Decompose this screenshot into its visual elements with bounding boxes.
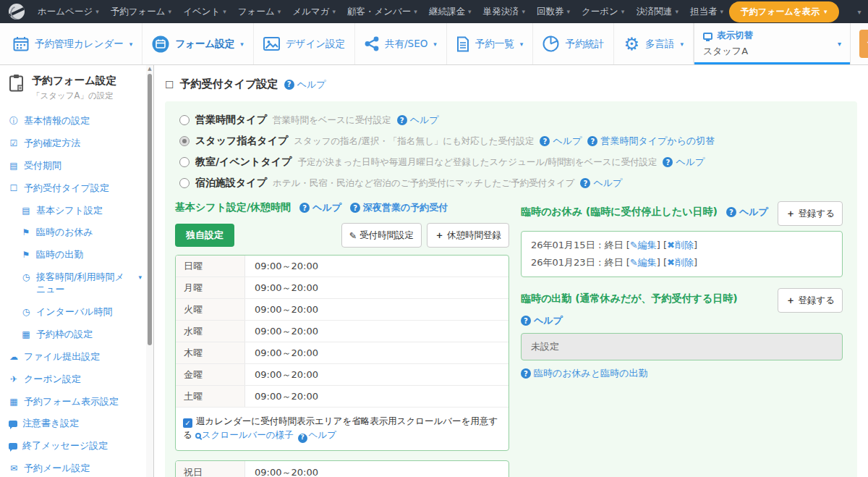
user-menu-caret-icon[interactable]: ▾ xyxy=(858,8,861,16)
help-label: ヘルプ xyxy=(297,78,326,91)
chevron-down-icon: ▾ xyxy=(468,8,472,15)
late-night-reservation-link[interactable]: ?深夜営業の予約受付 xyxy=(350,201,448,214)
radio-class-event[interactable] xyxy=(179,157,190,167)
sidebar-item-acceptance-period[interactable]: ▤受付期間 xyxy=(9,155,142,177)
nav-form[interactable]: フォーム▾ xyxy=(232,6,286,18)
help-icon: ? xyxy=(284,80,294,90)
sidebar-item-basic-shift[interactable]: ▤基本シフト設定 xyxy=(9,200,142,222)
help-label: ヘルプ xyxy=(534,314,563,327)
help-link[interactable]: ?ヘルプ xyxy=(397,114,439,127)
sidebar-item-slot-settings[interactable]: ▦予約枠の設定 xyxy=(9,324,142,346)
edit-link[interactable]: ✎編集 xyxy=(630,257,657,268)
temp-off-entry: 26年01月15日：終日 [✎編集] [✖削除] xyxy=(531,237,833,254)
help-link[interactable]: ?ヘルプ xyxy=(299,201,341,214)
scrollbar-preview-link[interactable]: スクロールバーの様子 xyxy=(202,429,294,440)
delete-link[interactable]: ✖削除 xyxy=(667,240,694,250)
toolbar-design-settings[interactable]: デザイン設定 xyxy=(254,23,355,64)
help-link[interactable]: ?ヘルプ xyxy=(726,206,768,219)
register-temp-off-button[interactable]: ＋登録する xyxy=(778,201,843,226)
radio-business-hours[interactable] xyxy=(179,115,190,125)
break-time-register-button[interactable]: ＋休憩時間登録 xyxy=(427,223,509,248)
sidebar-item-temporary-holiday[interactable]: ⚑臨時のお休み xyxy=(9,221,142,244)
nav-payment-related[interactable]: 決済関連▾ xyxy=(630,6,684,18)
nav-event[interactable]: イベント▾ xyxy=(177,6,232,18)
nav-reservation-form[interactable]: 予約フォーム▾ xyxy=(105,6,177,18)
help-link[interactable]: ヘルプ xyxy=(309,429,336,440)
help-link[interactable]: ?ヘルプ xyxy=(663,156,705,169)
radio-desc: ホテル・民宿・民泊など宿泊のご予約受付にマッチしたご予約受付タイプ xyxy=(273,177,574,190)
nav-homepage[interactable]: ホームページ▾ xyxy=(32,6,105,18)
sidebar-subtitle: 「スタッフA」の設定 xyxy=(32,90,116,101)
brand-logo-icon[interactable] xyxy=(9,4,25,20)
sidebar-item-confirm-method[interactable]: ☑予約確定方法 xyxy=(9,132,142,155)
app-window: ホームページ▾ 予約フォーム▾ イベント▾ フォーム▾ メルマガ▾ 顧客・メンバ… xyxy=(0,0,868,477)
radio-label[interactable]: 営業時間タイプ xyxy=(195,114,267,127)
radio-label[interactable]: 教室/イベントタイプ xyxy=(195,156,292,169)
sidebar-item-interval-time[interactable]: ◷インターバル時間 xyxy=(9,301,142,324)
toolbar-reservation-list[interactable]: 予約一覧 ▾ xyxy=(447,23,534,64)
help-icon: ? xyxy=(299,203,310,213)
radio-desc: 予定が決まった日時や毎週月曜日など登録したスケジュール/時間割をベースに受付設定 xyxy=(297,156,657,169)
nav-one-time-payment[interactable]: 単発決済▾ xyxy=(477,6,531,18)
help-link[interactable]: ?ヘルプ xyxy=(580,177,622,190)
sidebar-item-reservation-mail[interactable]: ✉予約メール設定 xyxy=(9,457,142,477)
toolbar-reservation-stats[interactable]: 予約統計 xyxy=(533,23,614,64)
sidebar-scrollbar[interactable]: ▲ xyxy=(146,65,153,477)
radio-label[interactable]: 宿泊施設タイプ xyxy=(195,177,267,190)
checkbox-checked-icon[interactable]: ✓ xyxy=(183,418,192,428)
help-link[interactable]: ?ヘルプ xyxy=(521,314,563,327)
sidebar-item-notes-settings[interactable]: 注意書き設定 xyxy=(9,413,142,435)
toolbar-form-settings[interactable]: フォーム設定 ▾ xyxy=(142,23,253,64)
edit-link[interactable]: ✎編集 xyxy=(630,240,657,250)
sidebar-item-file-submission[interactable]: ☁ファイル提出設定 xyxy=(9,346,142,368)
time-cell: 09:00～20:00 xyxy=(245,256,328,277)
nav-customers-members[interactable]: 顧客・メンバー▾ xyxy=(341,6,423,18)
time-cell: 09:00～20:00 xyxy=(245,299,328,320)
nav-label: 単発決済 xyxy=(482,6,519,18)
sidebar-item-service-time-menu[interactable]: ◷接客時間/利用時間メニュー▾ xyxy=(9,266,142,301)
toolbar-reservation-calendar[interactable]: 予約管理カレンダー ▾ xyxy=(0,23,142,64)
help-label: ヘルプ xyxy=(553,135,582,148)
link-label: 臨時のお休みと臨時の出勤 xyxy=(534,367,648,380)
sidebar-item-acceptance-type[interactable]: ☐予約受付タイプ設定 xyxy=(9,177,142,200)
help-link[interactable]: ?ヘルプ xyxy=(284,78,326,91)
weekly-shift-table: 日曜09:00～20:00 月曜09:00～20:00 火曜09:00～20:0… xyxy=(175,255,509,451)
register-temp-work-button[interactable]: ＋登録する xyxy=(778,288,843,313)
sidebar-item-coupon-settings[interactable]: ✈クーポン設定 xyxy=(9,368,142,391)
nav-ticket-book[interactable]: 回数券▾ xyxy=(531,6,576,18)
sidebar-item-end-message[interactable]: 終了メッセージ設定 xyxy=(9,435,142,457)
sidebar-item-label: ファイル提出設定 xyxy=(24,351,100,363)
switch-from-business-hours-link[interactable]: ?営業時間タイプからの切替 xyxy=(587,135,715,148)
nav-staff[interactable]: 担当者▾ xyxy=(684,6,729,18)
help-link[interactable]: ?ヘルプ xyxy=(540,135,582,148)
chevron-down-icon: ▾ xyxy=(520,41,524,48)
scrollbar-up-arrow-icon[interactable]: ▲ xyxy=(146,65,153,73)
sidebar-item-form-display[interactable]: ▦予約フォーム表示設定 xyxy=(9,391,142,413)
chevron-down-icon: ▾ xyxy=(838,40,841,48)
temporary-settings-section: 臨時のお休み (臨時に受付停止したい日時) ?ヘルプ ＋登録する 26年01月1… xyxy=(521,201,843,380)
temp-off-and-work-link[interactable]: ?臨時のお休みと臨時の出勤 xyxy=(521,367,648,380)
radio-label[interactable]: スタッフ指名タイプ xyxy=(195,135,288,148)
display-switch-dropdown[interactable]: 表示切替 スタッフA ▾ xyxy=(694,23,850,64)
reception-time-setting-button[interactable]: ✎受付時間設定 xyxy=(341,223,422,248)
nav-mail-magazine[interactable]: メルマガ▾ xyxy=(286,6,341,18)
settings-sidebar: 予約フォーム設定 「スタッフA」の設定 ⓘ基本情報の設定 ☑予約確定方法 ▤受付… xyxy=(0,65,154,477)
day-cell: 日曜 xyxy=(176,256,245,277)
sidebar-item-basic-info[interactable]: ⓘ基本情報の設定 xyxy=(9,110,142,132)
scrollbar-thumb[interactable] xyxy=(148,74,152,345)
custom-setting-button[interactable]: 独自設定 xyxy=(175,224,234,247)
show-reservation-form-button[interactable]: 予約フォームを表示▾ xyxy=(729,1,839,22)
link-label: 深夜営業の予約受付 xyxy=(363,201,448,214)
sidebar-item-label: 予約確定方法 xyxy=(24,138,80,150)
radio-lodging[interactable] xyxy=(179,178,190,188)
table-row: 祝日09:00～20:00 xyxy=(176,461,509,477)
nav-recurring-billing[interactable]: 継続課金▾ xyxy=(423,6,477,18)
toolbar-share-seo[interactable]: 共有/SEO ▾ xyxy=(355,23,447,64)
sidebar-item-temporary-work[interactable]: ⚑臨時の出勤 xyxy=(9,244,142,266)
toolbar-multilang[interactable]: ⚙ 多言語 ▾ xyxy=(614,23,694,64)
delete-link[interactable]: ✖削除 xyxy=(667,257,694,268)
radio-staff-designation[interactable] xyxy=(179,136,190,146)
accepting-button[interactable]: 予約受付中 xyxy=(859,30,868,58)
nav-coupon[interactable]: クーポン▾ xyxy=(576,6,630,18)
button-label: 受付時間設定 xyxy=(359,229,414,242)
